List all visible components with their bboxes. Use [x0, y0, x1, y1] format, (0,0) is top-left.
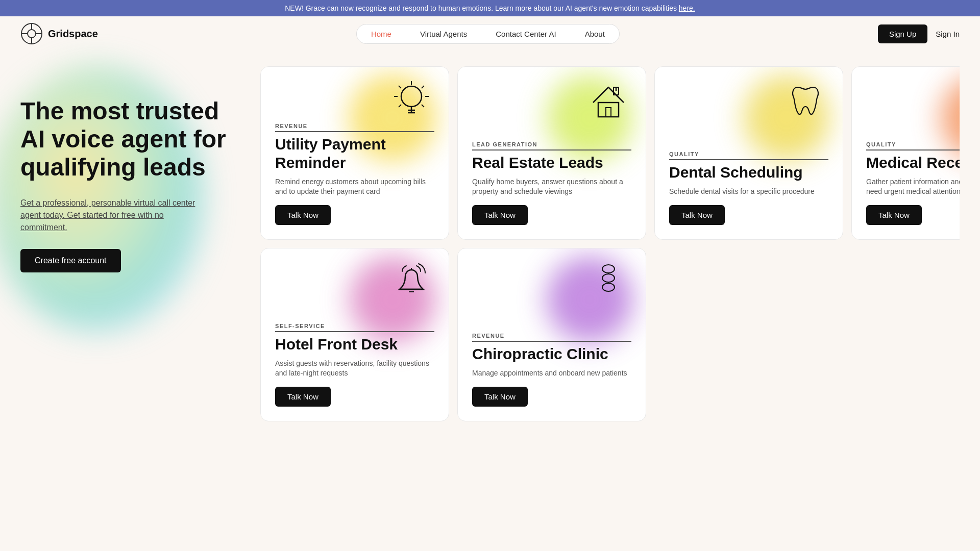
svg-point-6 [401, 86, 422, 107]
nav-virtual-agents[interactable]: Virtual Agents [406, 24, 481, 43]
card-category-3: QUALITY [669, 151, 828, 160]
hero-subtitle: Get a professional, personable virtual c… [20, 197, 204, 234]
card-category-6: REVENUE [472, 333, 631, 342]
main-nav: Home Virtual Agents Contact Center AI Ab… [356, 24, 620, 44]
card-desc-4: Gather patient information and direct ca… [866, 177, 960, 197]
card-desc-5: Assist guests with reservations, facilit… [275, 359, 434, 379]
nav-about[interactable]: About [571, 24, 619, 43]
card-title-6: Chiropractic Clinic [472, 345, 631, 363]
header: Gridspace Home Virtual Agents Contact Ce… [0, 16, 980, 51]
talk-button-6[interactable]: Talk Now [472, 387, 528, 407]
cta-button[interactable]: Create free account [20, 249, 121, 272]
signin-button[interactable]: Sign In [936, 30, 960, 38]
card-title-3: Dental Scheduling [669, 163, 828, 182]
house-icon [585, 77, 631, 123]
svg-line-16 [422, 105, 424, 107]
svg-rect-17 [598, 103, 619, 117]
bell-icon [388, 259, 434, 305]
card-desc-1: Remind energy customers about upcoming b… [275, 177, 434, 197]
card-title-5: Hotel Front Desk [275, 335, 434, 354]
talk-button-5[interactable]: Talk Now [275, 387, 331, 407]
main-content: The most trusted AI voice agent for qual… [0, 51, 980, 437]
hero-section: The most trusted AI voice agent for qual… [20, 66, 245, 421]
logo-icon [20, 22, 43, 45]
svg-rect-18 [606, 108, 611, 117]
spine-icon [585, 259, 631, 305]
card-hotel: SELF-SERVICE Hotel Front Desk Assist gue… [260, 248, 449, 421]
svg-point-26 [602, 265, 615, 273]
card-real-estate: LEAD GENERATION Real Estate Leads Qualif… [457, 66, 646, 240]
card-desc-3: Schedule dental visits for a specific pr… [669, 187, 828, 197]
card-chiropractic: REVENUE Chiropractic Clinic Manage appoi… [457, 248, 646, 421]
hero-subtitle-text: Get a professional, personable virtual c… [20, 198, 195, 219]
svg-point-28 [602, 283, 615, 291]
svg-line-12 [422, 86, 424, 88]
nav-home[interactable]: Home [357, 24, 406, 43]
announcement-text: NEW! Grace can now recognize and respond… [285, 4, 679, 12]
announcement-link[interactable]: here. [679, 4, 695, 12]
tooth-icon [782, 77, 828, 123]
hero-title: The most trusted AI voice agent for qual… [20, 97, 245, 182]
signup-button[interactable]: Sign Up [878, 24, 927, 43]
hero-content: The most trusted AI voice agent for qual… [20, 97, 245, 272]
svg-line-15 [399, 105, 401, 107]
svg-point-27 [602, 274, 615, 282]
header-actions: Sign Up Sign In [878, 24, 960, 43]
lightbulb-icon [388, 77, 434, 123]
card-category-4: QUALITY [866, 141, 960, 151]
card-utility-payment: REVENUE Utility Payment Reminder Remind … [260, 66, 449, 240]
card-desc-6: Manage appointments and onboard new pati… [472, 368, 631, 379]
logo: Gridspace [20, 22, 98, 45]
logo-text: Gridspace [48, 28, 98, 40]
talk-button-1[interactable]: Talk Now [275, 205, 331, 225]
card-desc-2: Qualify home buyers, answer questions ab… [472, 177, 631, 197]
card-category-1: REVENUE [275, 123, 434, 132]
card-dental: QUALITY Dental Scheduling Schedule denta… [654, 66, 843, 240]
talk-button-2[interactable]: Talk Now [472, 205, 528, 225]
card-category-2: LEAD GENERATION [472, 141, 631, 151]
card-title-4: Medical Receptionist [866, 154, 960, 172]
svg-point-1 [28, 30, 36, 38]
talk-button-4[interactable]: Talk Now [866, 205, 922, 225]
card-title-1: Utility Payment Reminder [275, 135, 434, 172]
card-category-5: SELF-SERVICE [275, 323, 434, 332]
talk-button-3[interactable]: Talk Now [669, 205, 725, 225]
card-title-2: Real Estate Leads [472, 154, 631, 172]
announcement-bar: NEW! Grace can now recognize and respond… [0, 0, 980, 16]
svg-line-11 [399, 86, 401, 88]
card-medical: QUALITY Medical Receptionist Gather pati… [851, 66, 960, 240]
nav-contact-center[interactable]: Contact Center AI [481, 24, 570, 43]
cards-grid: REVENUE Utility Payment Reminder Remind … [260, 66, 960, 421]
